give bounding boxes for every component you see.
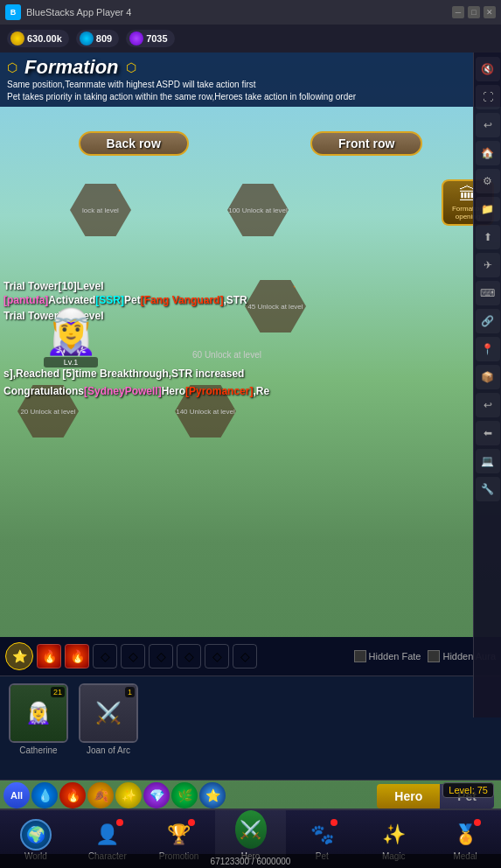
filter-icon-2[interactable]: ◇	[121, 644, 145, 668]
formation-info-2: Pet takes priority in taking action with…	[7, 91, 494, 103]
hex-slot-3[interactable]: 3 lock at level	[70, 184, 131, 236]
joan-level: 1	[125, 687, 135, 697]
side-btn-home[interactable]: 🏠	[476, 141, 500, 165]
hero-icon-wrap: ⚔️	[235, 819, 267, 850]
type-filter-row: All 💧 🔥 🍂 ✨ 💎 🌿 ⭐	[3, 782, 226, 808]
pet-icon-wrap: 🐾	[306, 819, 337, 850]
type-filter-dark[interactable]: 💎	[143, 782, 170, 808]
side-btn-airplane[interactable]: ✈	[476, 253, 500, 277]
side-btn-up[interactable]: ⬆	[476, 225, 500, 249]
filter-icon-6[interactable]: ◇	[233, 644, 257, 668]
medal-icon-wrap: 🏅	[449, 819, 481, 850]
side-btn-fullscreen[interactable]: ⛶	[476, 85, 500, 109]
side-btn-monitor[interactable]: 💻	[476, 449, 500, 473]
filter-icon-3[interactable]: ◇	[149, 644, 173, 668]
hero-list: 🧝‍♀️ 21 Catherine ⚔️ 1 Joan of Arc	[0, 676, 501, 780]
medal-icon: 🏅	[454, 823, 477, 846]
maximize-button[interactable]: □	[468, 6, 480, 18]
side-btn-keyboard[interactable]: ⌨	[476, 281, 500, 305]
hero-nav-icon: ⚔️	[235, 810, 267, 849]
hex-slot-4[interactable]: 4 20 Unlock at level	[17, 385, 79, 438]
app-title: BlueStacks App Player 4	[26, 7, 447, 18]
type-filter-water[interactable]: 💧	[31, 782, 58, 808]
title-bar: B BlueStacks App Player 4 ─ □ ✕	[0, 0, 501, 24]
promotion-icon-wrap: 🏆	[164, 819, 195, 850]
formation-title: Formation	[24, 56, 119, 79]
resource-bar: 630.00k 809 7035	[0, 24, 501, 52]
gold-value: 630.00k	[27, 33, 62, 44]
character-icon: 👤	[95, 823, 119, 846]
side-btn-link[interactable]: 🔗	[476, 309, 500, 333]
filter-bar: ⭐ 🔥 🔥 ◇ ◇ ◇ ◇ ◇ ◇ Hidden Fate Hidden Aur…	[0, 637, 501, 676]
filter-icon-1[interactable]: ◇	[93, 644, 117, 668]
gold-resource: 630.00k	[7, 30, 69, 47]
type-filter-fire[interactable]: 🔥	[59, 782, 86, 808]
hex-slot-7[interactable]: 7 100 Unlock at level	[227, 184, 289, 236]
hidden-aura-checkbox[interactable]	[428, 650, 440, 662]
type-filter-light[interactable]: ✨	[115, 782, 142, 808]
gold-icon	[10, 32, 24, 46]
side-btn-arrow-left[interactable]: ⬅	[476, 421, 500, 445]
formation-panel: ⬡ Formation ⬡ Same position,Teammate wit…	[0, 52, 501, 107]
side-btn-package[interactable]: 📦	[476, 365, 500, 389]
side-btn-folder[interactable]: 📁	[476, 197, 500, 221]
side-btn-pin[interactable]: 📍	[476, 337, 500, 361]
world-icon: 🌍	[20, 819, 52, 850]
type-filter-nature[interactable]: 🌿	[171, 782, 198, 808]
type-filter-earth[interactable]: 🍂	[87, 782, 114, 808]
magic-icon: ✨	[382, 823, 406, 846]
diamond-value: 7035	[146, 33, 167, 44]
magic-icon-wrap: ✨	[378, 819, 409, 850]
game-area: ⬡ Formation ⬡ Same position,Teammate wit…	[0, 52, 501, 868]
front-row-button[interactable]: Front row	[310, 131, 423, 156]
back-row-button[interactable]: Back row	[79, 131, 189, 156]
promotion-dot	[188, 819, 195, 826]
crystal-icon	[80, 32, 94, 46]
character-dot	[116, 819, 123, 826]
app-icon: B	[5, 4, 21, 20]
filter-icon-4[interactable]: ◇	[177, 644, 201, 668]
hero-card-joan[interactable]: ⚔️ 1 Joan of Arc	[77, 683, 140, 755]
medal-dot	[474, 819, 481, 826]
filter-icon-fire2[interactable]: 🔥	[65, 644, 89, 668]
side-btn-settings[interactable]: ⚙	[476, 169, 500, 193]
hero-tab-button[interactable]: Hero	[377, 784, 440, 808]
filter-icon-5[interactable]: ◇	[205, 644, 229, 668]
formation-info-1: Same position,Teammate with highest ASPD…	[7, 79, 494, 91]
type-filter-all[interactable]: All	[3, 782, 30, 808]
world-icon-wrap: 🌍	[20, 819, 52, 850]
level-badge: Level: 75	[442, 782, 494, 798]
crystal-value: 809	[96, 33, 112, 44]
catherine-name: Catherine	[19, 746, 57, 755]
side-btn-back[interactable]: ↩	[476, 113, 500, 137]
hidden-fate-label: Hidden Fate	[354, 650, 421, 662]
slot-60-text: 60 Unlock at level	[192, 350, 261, 360]
window-controls[interactable]: ─ □ ✕	[452, 6, 496, 18]
row-buttons: Back row Front row	[0, 131, 501, 156]
hex-slot-8[interactable]: 8 140 Unlock at level	[175, 385, 236, 438]
stat-bar: 67123300 / 6000000	[0, 854, 501, 868]
diamond-icon	[129, 32, 143, 46]
side-panel: 🔇 ⛶ ↩ 🏠 ⚙ 📁 ⬆ ✈ ⌨ 🔗 📍 📦 ↩ ⬅ 💻 🔧	[473, 52, 501, 718]
pet-icon: 🐾	[310, 823, 334, 846]
promotion-icon: 🏆	[167, 823, 191, 846]
side-btn-tool[interactable]: 🔧	[476, 477, 500, 501]
pet-dot	[331, 819, 337, 826]
character-icon-wrap: 👤	[92, 819, 123, 850]
side-btn-refresh[interactable]: ↩	[476, 393, 500, 417]
hero-card-catherine[interactable]: 🧝‍♀️ 21 Catherine	[7, 683, 70, 755]
hero-portrait-catherine: 🧝‍♀️ 21	[9, 683, 68, 743]
hero-portrait-joan: ⚔️ 1	[79, 683, 138, 743]
stat-text: 67123300 / 6000000	[211, 857, 291, 866]
filter-star-all[interactable]: ⭐	[5, 642, 33, 670]
crystal-resource: 809	[76, 30, 119, 47]
filter-icon-fire1[interactable]: 🔥	[37, 644, 61, 668]
catherine-level: 21	[51, 687, 65, 697]
side-btn-sound[interactable]: 🔇	[476, 57, 500, 81]
minimize-button[interactable]: ─	[452, 6, 464, 18]
character-on-field: 🧝‍♀️ Lv.1	[44, 306, 98, 368]
hex-slot-5[interactable]: 5 45 Unlock at level	[245, 280, 306, 332]
type-filter-star[interactable]: ⭐	[199, 782, 226, 808]
close-button[interactable]: ✕	[484, 6, 496, 18]
hidden-fate-checkbox[interactable]	[354, 650, 366, 662]
